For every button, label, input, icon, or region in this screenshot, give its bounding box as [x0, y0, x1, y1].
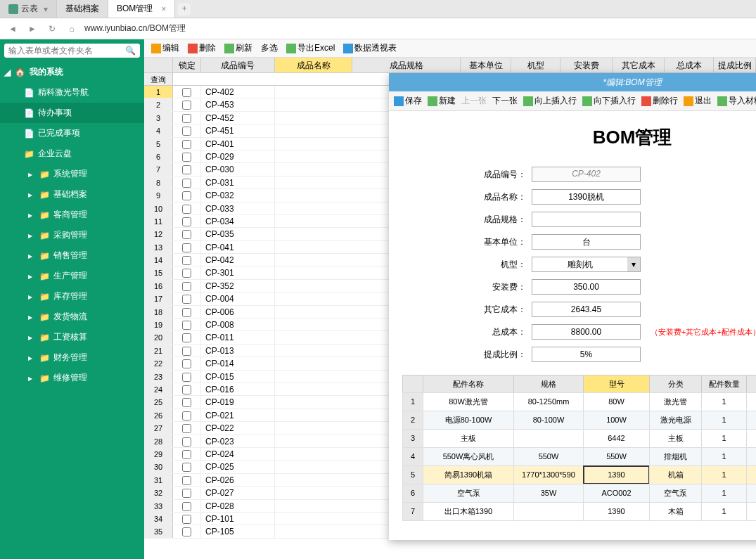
parts-grid: 配件名称 规格 型号 分类 配件数量 单位 配件单价 180W激光管80-125…: [403, 375, 756, 521]
dialog-heading: BOM管理: [403, 125, 756, 150]
forward-button[interactable]: ►: [25, 22, 39, 36]
refresh-button[interactable]: 刷新: [222, 41, 255, 56]
prev-button: 上一张: [459, 94, 489, 108]
new-icon: [428, 96, 437, 106]
refresh-icon: [224, 44, 234, 53]
parts-row[interactable]: 180W激光管80-1250mm80W激光管1支600.00: [403, 393, 756, 411]
search-input[interactable]: [8, 46, 125, 56]
parts-row[interactable]: 5简易1390机箱1770*1300*5901390机箱1个2200.00: [403, 466, 756, 484]
edit-dialog: *编辑:BOM管理X 保存 新建 上一张 下一张 向上插入行 向下插入行 删除行…: [389, 73, 756, 540]
tree-item-0[interactable]: 📄精科激光导航: [0, 82, 144, 103]
tree-item-6[interactable]: ▸📁客商管理: [0, 205, 144, 225]
ratio-field[interactable]: [532, 347, 641, 362]
grid-header: 锁定 成品编号 成品名称 成品规格 基本单位 机型 安装费 其它成本 总成本 提…: [144, 58, 756, 73]
add-tab-button[interactable]: +: [178, 3, 191, 15]
new-button[interactable]: 新建: [425, 94, 458, 108]
code-field: CP-402: [532, 167, 641, 182]
delete-row-button[interactable]: 删除行: [639, 94, 680, 108]
close-icon[interactable]: ×: [161, 4, 166, 14]
logo-icon: [8, 4, 18, 14]
delete-button[interactable]: 删除: [185, 41, 219, 56]
delete-row-icon: [641, 96, 651, 106]
delete-icon: [188, 44, 198, 53]
logo-tab[interactable]: 云表▾: [0, 0, 57, 18]
spec-field[interactable]: [532, 212, 641, 227]
tree-item-12[interactable]: ▸📁工资核算: [0, 327, 144, 347]
unit-field[interactable]: [532, 234, 641, 250]
save-button[interactable]: 保存: [392, 94, 424, 108]
name-field[interactable]: [532, 189, 641, 205]
refresh-button[interactable]: ↻: [45, 22, 59, 36]
tree-item-4[interactable]: ▸📁系统管理: [0, 164, 144, 184]
tree-item-9[interactable]: ▸📁生产管理: [0, 266, 144, 286]
nav-bar: ◄ ► ↻ ⌂ www.iyunbiao.cn/BOM管理: [0, 18, 756, 39]
tree-item-11[interactable]: ▸📁发货物流: [0, 307, 144, 327]
url-text: www.iyunbiao.cn/BOM管理: [84, 23, 186, 34]
tree-item-2[interactable]: 📄已完成事项: [0, 123, 144, 143]
other-cost-field[interactable]: [532, 302, 641, 317]
query-label[interactable]: 查询: [144, 73, 173, 85]
export-button[interactable]: 导出Excel: [283, 41, 338, 56]
excel-icon: [286, 44, 296, 53]
parts-row[interactable]: 6空气泵35WACO002空气泵1台71.00: [403, 484, 756, 503]
edit-button[interactable]: 编辑: [148, 41, 182, 56]
home-button[interactable]: ⌂: [65, 22, 79, 36]
pivot-icon: [343, 44, 353, 53]
next-button[interactable]: 下一张: [490, 94, 520, 108]
tree-item-1[interactable]: 📄待办事项: [0, 103, 144, 123]
insert-down-button[interactable]: 向下插入行: [580, 94, 638, 108]
tree-item-8[interactable]: ▸📁销售管理: [0, 245, 144, 266]
tree-item-7[interactable]: ▸📁采购管理: [0, 225, 144, 245]
import-button[interactable]: 导入材料: [715, 94, 756, 108]
tree-item-3[interactable]: 📁企业云盘: [0, 143, 144, 164]
parts-row[interactable]: 7出口木箱13901390木箱1个450.00: [403, 503, 756, 521]
arrow-up-icon: [523, 96, 533, 106]
search-box[interactable]: 🔍: [4, 44, 140, 58]
parts-row[interactable]: 3主板6442主板1个1454.55: [403, 430, 756, 448]
dialog-toolbar: 保存 新建 上一张 下一张 向上插入行 向下插入行 删除行 退出 导入材料 ↑相…: [389, 91, 756, 111]
multi-button[interactable]: 多选: [258, 41, 281, 56]
search-icon[interactable]: 🔍: [125, 46, 136, 56]
install-field[interactable]: [532, 279, 641, 295]
parts-row[interactable]: 4550W离心风机550W550W排烟机1台180.00: [403, 448, 756, 466]
main-toolbar: 编辑 删除 刷新 多选 导出Excel 数据透视表: [144, 39, 756, 58]
pivot-button[interactable]: 数据透视表: [340, 41, 399, 56]
sidebar: 🔍 ◢🏠我的系统 📄精科激光导航📄待办事项📄已完成事项📁企业云盘▸📁系统管理▸📁…: [0, 39, 144, 559]
dialog-title: *编辑:BOM管理X: [389, 73, 756, 91]
type-select[interactable]: 雕刻机▾: [532, 257, 641, 272]
tree-item-10[interactable]: ▸📁库存管理: [0, 286, 144, 307]
insert-up-button[interactable]: 向上插入行: [521, 94, 579, 108]
total-note: （安装费+其它成本+配件成本）: [651, 327, 756, 338]
tree-item-13[interactable]: ▸📁财务管理: [0, 347, 144, 368]
tab-basic[interactable]: 基础档案: [57, 0, 108, 18]
tree-item-5[interactable]: ▸📁基础档案: [0, 184, 144, 205]
parts-row[interactable]: 2电源80-100W80-100W100W激光电源1台450.00: [403, 411, 756, 430]
exit-icon: [684, 96, 693, 106]
tree-root[interactable]: ◢🏠我的系统: [0, 62, 144, 82]
tree-item-14[interactable]: ▸📁维修管理: [0, 368, 144, 388]
total-field[interactable]: [532, 324, 641, 340]
arrow-down-icon: [582, 96, 592, 106]
exit-button[interactable]: 退出: [681, 94, 714, 108]
folder-icon: [151, 44, 161, 53]
content-area: 编辑 删除 刷新 多选 导出Excel 数据透视表 锁定 成品编号 成品名称 成…: [144, 39, 756, 559]
tab-bom[interactable]: BOM管理×: [108, 0, 175, 18]
import-icon: [717, 96, 727, 106]
tabs-bar: 云表▾ 基础档案 BOM管理× +: [0, 0, 756, 18]
save-icon: [394, 96, 404, 106]
back-button[interactable]: ◄: [6, 22, 20, 36]
